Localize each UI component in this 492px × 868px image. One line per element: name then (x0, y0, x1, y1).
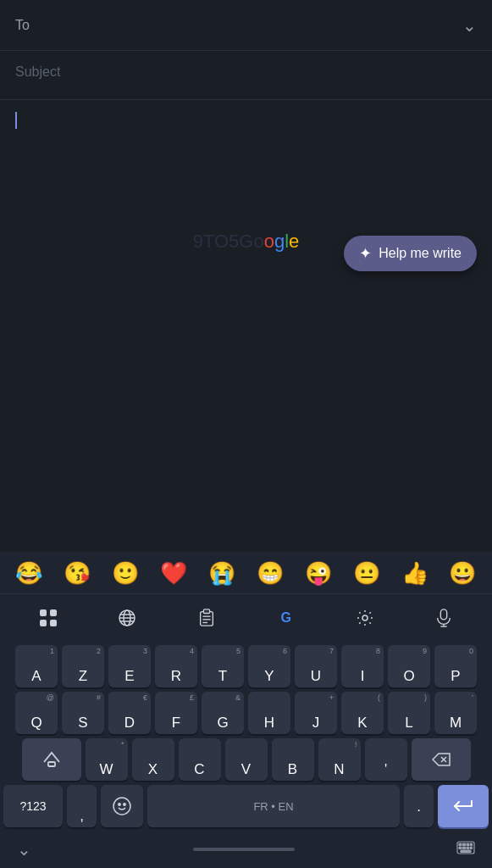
key-X[interactable]: X (132, 738, 174, 781)
key-M[interactable]: 'M (434, 692, 477, 734)
key-T[interactable]: 5T (202, 645, 244, 687)
to-label: To (15, 18, 30, 33)
emoji-neutral[interactable]: 😐 (353, 560, 380, 587)
emoji-grin[interactable]: 😁 (257, 560, 284, 587)
key-W[interactable]: *W (86, 738, 128, 781)
key-H[interactable]: H (248, 692, 290, 734)
emoji-happy[interactable]: 😀 (449, 560, 476, 587)
key-F[interactable]: £F (155, 692, 197, 734)
key-O[interactable]: 9O (388, 645, 430, 687)
emoji-kiss[interactable]: 😘 (64, 560, 91, 587)
key-G[interactable]: &G (202, 692, 244, 734)
emoji-tongue[interactable]: 😜 (305, 560, 332, 587)
help-me-write-button[interactable]: ✦ Help me write (344, 236, 477, 271)
key-Z[interactable]: 2Z (62, 645, 104, 687)
emoji-cry[interactable]: 😭 (208, 560, 235, 587)
keys-area: 1A 2Z 3E 4R 5T 6Y 7U 8I 9O 0P @Q #S €D £… (0, 642, 492, 827)
grid-button[interactable] (28, 601, 69, 635)
key-D[interactable]: €D (108, 692, 151, 734)
keyboard: 😂 😘 🙂 ❤️ 😭 😁 😜 😐 👍 😀 (0, 552, 492, 868)
settings-button[interactable] (345, 601, 385, 635)
watermark: 9TO5Google (193, 231, 300, 253)
svg-rect-25 (459, 843, 462, 846)
space-key[interactable]: FR • EN (147, 785, 400, 827)
svg-rect-31 (467, 847, 469, 849)
keyboard-switch-icon[interactable] (456, 841, 475, 859)
svg-point-22 (119, 804, 120, 805)
home-indicator (193, 848, 295, 851)
svg-rect-15 (441, 609, 447, 620)
svg-rect-10 (203, 609, 209, 614)
comma-key[interactable]: , (67, 785, 97, 827)
text-cursor (15, 112, 17, 129)
svg-rect-1 (50, 609, 57, 616)
to-field[interactable]: To ⌄ (0, 0, 492, 51)
translate-button[interactable]: G (265, 601, 306, 635)
emoji-thumbsup[interactable]: 👍 (401, 560, 428, 587)
compose-area: To ⌄ Subject 9TO5Google ✦ Help me write (0, 0, 492, 287)
svg-point-21 (113, 798, 130, 815)
emoji-laughing[interactable]: 😂 (15, 560, 42, 587)
key-N[interactable]: !N (318, 738, 361, 781)
help-write-label: Help me write (379, 246, 462, 261)
svg-point-14 (362, 615, 368, 620)
space-label: FR • EN (253, 800, 293, 813)
nav-bar: ⌄ (0, 834, 492, 868)
key-A[interactable]: 1A (15, 645, 58, 687)
body-area[interactable]: 9TO5Google ✦ Help me write (0, 100, 492, 287)
key-apostrophe[interactable]: ' (365, 738, 407, 781)
key-C[interactable]: C (179, 738, 221, 781)
mic-button[interactable] (423, 601, 464, 635)
svg-rect-18 (48, 762, 55, 766)
svg-rect-33 (461, 850, 471, 853)
keyboard-close-button[interactable]: ⌄ (17, 839, 31, 860)
shift-key[interactable] (22, 738, 81, 781)
svg-rect-32 (471, 847, 473, 849)
svg-rect-2 (40, 620, 47, 626)
backspace-key[interactable] (412, 738, 471, 781)
key-Q[interactable]: @Q (15, 692, 58, 734)
num-label: ?123 (19, 799, 46, 813)
key-K[interactable]: (K (341, 692, 384, 734)
emoji-smile[interactable]: 🙂 (112, 560, 139, 587)
key-U[interactable]: 7U (295, 645, 337, 687)
svg-rect-3 (50, 620, 57, 626)
key-L[interactable]: )L (388, 692, 430, 734)
emoji-row: 😂 😘 🙂 ❤️ 😭 😁 😜 😐 👍 😀 (0, 552, 492, 594)
svg-rect-27 (467, 843, 469, 846)
emoji-heart[interactable]: ❤️ (160, 560, 187, 587)
period-key[interactable]: . (404, 785, 434, 827)
toolbar-row: G (0, 594, 492, 642)
svg-rect-30 (463, 847, 466, 849)
key-E[interactable]: 3E (108, 645, 151, 687)
svg-point-23 (124, 804, 125, 805)
enter-key[interactable] (438, 785, 489, 827)
key-S[interactable]: #S (62, 692, 104, 734)
globe-button[interactable] (107, 601, 147, 635)
key-row-4: ?123 , FR • EN . (3, 785, 489, 827)
svg-rect-0 (40, 609, 47, 616)
chevron-down-icon[interactable]: ⌄ (462, 15, 477, 36)
svg-rect-28 (471, 843, 473, 846)
key-B[interactable]: B (272, 738, 314, 781)
key-Y[interactable]: 6Y (248, 645, 290, 687)
svg-rect-29 (459, 847, 462, 849)
key-R[interactable]: 4R (155, 645, 197, 687)
subject-field[interactable]: Subject (0, 51, 492, 100)
key-row-1: 1A 2Z 3E 4R 5T 6Y 7U 8I 9O 0P (3, 645, 489, 687)
key-V[interactable]: V (225, 738, 268, 781)
num-key[interactable]: ?123 (3, 785, 63, 827)
key-row-2: @Q #S €D £F &G H +J (K )L 'M (3, 692, 489, 734)
magic-wand-icon: ✦ (359, 244, 372, 263)
emoji-keyboard-key[interactable] (101, 785, 143, 827)
subject-placeholder: Subject (15, 64, 60, 79)
clipboard-button[interactable] (186, 601, 227, 635)
key-J[interactable]: +J (295, 692, 337, 734)
key-P[interactable]: 0P (434, 645, 477, 687)
svg-rect-26 (463, 843, 466, 846)
key-I[interactable]: 8I (341, 645, 384, 687)
key-row-3: *W X C V B !N ' (3, 738, 489, 781)
